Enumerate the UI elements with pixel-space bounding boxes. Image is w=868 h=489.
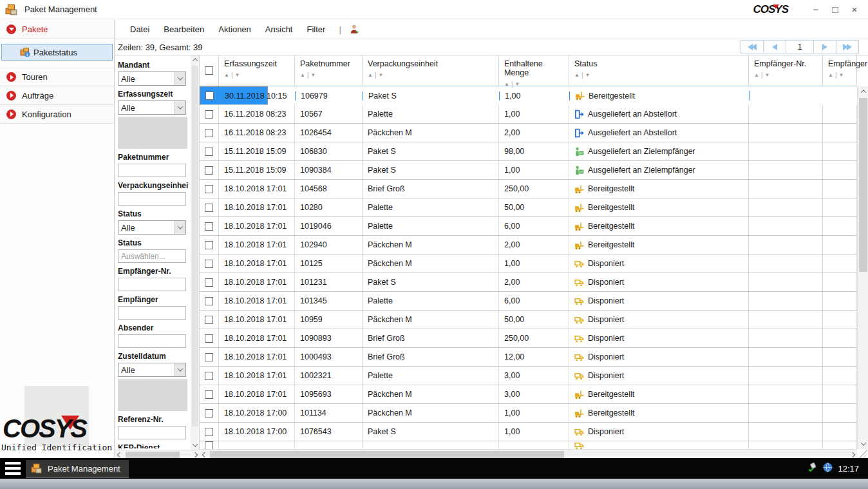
row-checkbox[interactable] bbox=[205, 148, 213, 156]
filter-horizontal-scrollbar[interactable] bbox=[115, 450, 200, 459]
row-checkbox[interactable] bbox=[205, 334, 213, 343]
sort-arrows[interactable]: ▲|▼ bbox=[368, 72, 498, 79]
chevron-down-icon[interactable] bbox=[175, 72, 185, 85]
table-row[interactable]: 18.10.2018 17:001076543Paket S1,00Dispon… bbox=[200, 423, 857, 441]
first-page-button[interactable] bbox=[741, 40, 764, 53]
chevron-down-icon[interactable] bbox=[175, 101, 185, 114]
menu-ansicht[interactable]: Ansicht bbox=[259, 23, 299, 36]
next-page-button[interactable] bbox=[813, 40, 836, 53]
filter-input-empf-nger-nr[interactable] bbox=[118, 278, 186, 291]
sort-arrows[interactable]: ▲|▼ bbox=[828, 72, 856, 79]
sidebar-item-paketstatus[interactable]: Paketstatus bbox=[1, 44, 113, 61]
close-button[interactable]: × bbox=[845, 2, 864, 17]
filter-input-empf-nger[interactable] bbox=[118, 306, 186, 320]
scroll-right-icon[interactable] bbox=[193, 452, 198, 457]
filter-select-status[interactable]: Alle bbox=[118, 220, 186, 235]
column-header-erfassungszeit[interactable]: Erfassungszeit▲|▼ bbox=[219, 55, 295, 86]
usb-device-icon[interactable] bbox=[807, 462, 818, 475]
table-row[interactable]: 18.10.2018 17:0110125Päckchen M1,00Dispo… bbox=[200, 254, 857, 273]
filter-input-status[interactable] bbox=[118, 249, 186, 263]
window-resize-grip[interactable] bbox=[859, 450, 867, 458]
sort-arrows[interactable]: ▲|▼ bbox=[300, 72, 362, 79]
filter-select-mandant[interactable]: Alle bbox=[118, 72, 186, 86]
filter-select-zustelldatum[interactable]: Alle bbox=[118, 363, 186, 377]
row-checkbox[interactable] bbox=[205, 297, 213, 305]
column-header-status[interactable]: Status▲|▼ bbox=[569, 55, 749, 86]
table-row[interactable]: 16.11.2018 08:231026454Päckchen M2,00Aus… bbox=[200, 124, 857, 142]
row-checkbox[interactable] bbox=[205, 353, 213, 361]
scroll-right-icon[interactable] bbox=[849, 452, 854, 457]
select-all-header[interactable] bbox=[200, 55, 219, 86]
column-header-paketnummer[interactable]: Paketnummer▲|▼ bbox=[295, 55, 363, 86]
sidebar-item-touren[interactable]: Touren bbox=[0, 68, 114, 86]
scroll-up-icon[interactable] bbox=[192, 58, 197, 63]
scroll-up-icon[interactable] bbox=[860, 90, 865, 95]
table-row[interactable]: 18.10.2018 17:011019046Palette6,00Bereit… bbox=[200, 217, 857, 236]
sidebar-item-pakete[interactable]: Pakete bbox=[0, 20, 114, 39]
chevron-down-icon[interactable] bbox=[175, 363, 185, 376]
scroll-left-icon[interactable] bbox=[117, 452, 122, 457]
filter-input-paketnummer[interactable] bbox=[118, 164, 186, 177]
table-row[interactable]: 15.11.2018 15:09106830Paket S98,00Ausgel… bbox=[200, 142, 857, 161]
column-header-verpackungseinheit[interactable]: Verpackungseinheit▲|▼ bbox=[363, 55, 499, 86]
row-checkbox[interactable] bbox=[205, 409, 213, 417]
row-checkbox[interactable] bbox=[205, 166, 213, 175]
grid-vertical-scrollbar[interactable] bbox=[857, 86, 868, 449]
menu-filter[interactable]: Filter bbox=[301, 23, 331, 36]
scroll-down-icon[interactable] bbox=[860, 440, 865, 445]
start-menu-button[interactable] bbox=[0, 458, 26, 479]
select-all-checkbox[interactable] bbox=[205, 66, 213, 75]
row-checkbox[interactable] bbox=[205, 428, 213, 436]
table-row[interactable]: 18.10.2018 17:00101134Päckchen M1,00Bere… bbox=[200, 404, 857, 423]
table-row[interactable]: 30.11.2018 10:15106979Paket S1,00Bereitg… bbox=[200, 86, 268, 105]
row-checkbox[interactable] bbox=[205, 222, 213, 231]
menu-datei[interactable]: Datei bbox=[124, 23, 155, 36]
row-checkbox[interactable] bbox=[205, 204, 213, 212]
filter-input-referenz-nr[interactable] bbox=[118, 426, 186, 439]
table-row[interactable] bbox=[200, 441, 857, 449]
table-row[interactable]: 18.10.2018 17:01101231Paket S2,00Disponi… bbox=[200, 273, 857, 292]
table-row[interactable]: 18.10.2018 17:01104568Brief Groß250,00Be… bbox=[200, 180, 857, 198]
scroll-down-icon[interactable] bbox=[192, 441, 197, 446]
table-row[interactable]: 18.10.2018 17:01102940Päckchen M2,00Bere… bbox=[200, 236, 857, 254]
sidebar-item-auftr-ge[interactable]: Aufträge bbox=[0, 86, 114, 105]
menu-aktionen[interactable]: Aktionen bbox=[212, 23, 257, 36]
sidebar-item-konfiguration[interactable]: Konfiguration bbox=[0, 105, 114, 124]
sort-arrows[interactable]: ▲|▼ bbox=[754, 72, 822, 79]
table-row[interactable]: 15.11.2018 15:091090384Paket S1,00Ausgel… bbox=[200, 161, 857, 180]
row-checkbox[interactable] bbox=[205, 316, 213, 324]
grid-horizontal-scrollbar[interactable] bbox=[200, 449, 857, 459]
table-row[interactable]: 18.10.2018 17:011002321Palette3,00Dispon… bbox=[200, 367, 857, 385]
row-checkbox[interactable] bbox=[205, 278, 213, 287]
filter-vertical-scrollbar[interactable] bbox=[191, 55, 199, 450]
table-row[interactable]: 16.11.2018 08:2310567Palette1,00Ausgelie… bbox=[200, 105, 857, 124]
taskbar-app-button[interactable]: Paket Management bbox=[26, 460, 129, 478]
column-header-enthaltene-menge[interactable]: Enthaltene Menge▲|▼ bbox=[499, 55, 569, 86]
table-row[interactable]: 18.10.2018 17:01101345Palette6,00Disponi… bbox=[200, 292, 857, 311]
filter-input-absender[interactable] bbox=[118, 334, 186, 348]
maximize-button[interactable]: □ bbox=[826, 2, 845, 17]
row-checkbox[interactable] bbox=[205, 185, 213, 193]
filter-input-verpackungseinheit[interactable] bbox=[118, 192, 186, 206]
network-globe-icon[interactable] bbox=[822, 462, 833, 475]
last-page-button[interactable] bbox=[836, 40, 859, 53]
table-row[interactable]: 18.10.2018 17:0110280Palette50,00Bereitg… bbox=[200, 198, 857, 217]
sort-arrows[interactable]: ▲|▼ bbox=[574, 72, 748, 79]
column-header-empf-nger[interactable]: Empfänger▲|▼ bbox=[823, 55, 857, 86]
row-checkbox[interactable] bbox=[205, 110, 213, 119]
row-checkbox[interactable] bbox=[205, 441, 213, 449]
column-header-empf-nger-nr[interactable]: Empfänger-Nr.▲|▼ bbox=[749, 55, 823, 86]
page-number[interactable]: 1 bbox=[786, 40, 814, 53]
scroll-left-icon[interactable] bbox=[202, 452, 207, 457]
chevron-down-icon[interactable] bbox=[175, 221, 185, 234]
minimize-button[interactable]: − bbox=[806, 2, 826, 17]
row-checkbox[interactable] bbox=[205, 129, 213, 137]
prev-page-button[interactable] bbox=[763, 40, 786, 53]
sort-arrows[interactable]: ▲|▼ bbox=[224, 72, 294, 79]
clock[interactable]: 12:17 bbox=[838, 464, 859, 474]
table-row[interactable]: 18.10.2018 17:011000493Brief Groß12,00Di… bbox=[200, 348, 857, 367]
row-checkbox[interactable] bbox=[205, 241, 213, 249]
menu-bearbeiten[interactable]: Bearbeiten bbox=[158, 23, 210, 36]
row-checkbox[interactable] bbox=[205, 91, 214, 100]
table-row[interactable]: 18.10.2018 17:0110959Päckchen M50,00Disp… bbox=[200, 311, 857, 329]
